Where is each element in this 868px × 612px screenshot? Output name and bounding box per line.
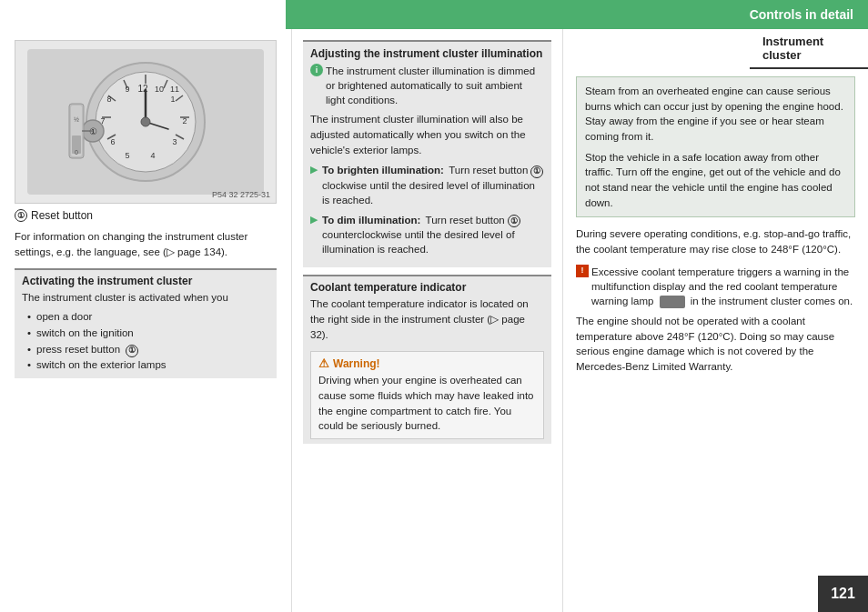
activating-intro: The instrument cluster is activated when…: [22, 290, 269, 306]
list-item: switch on the ignition: [27, 326, 269, 342]
steam-text-part1: Steam from an overheated engine can caus…: [585, 84, 846, 145]
svg-text:8: 8: [106, 95, 111, 104]
list-item: switch on the exterior lamps: [27, 357, 269, 374]
list-item: open a door: [27, 309, 269, 326]
chapter-title: Controls in detail: [750, 7, 853, 22]
operating-conditions-text: During severe operating conditions, e.g.…: [576, 226, 855, 256]
coolant-box-title: Coolant temperature indicator: [310, 281, 544, 294]
adjusting-auto-text: The instrument cluster illumination will…: [310, 112, 544, 157]
alert-icon: !: [576, 265, 589, 277]
list-item: press reset button ①: [27, 342, 269, 358]
svg-text:1: 1: [170, 95, 175, 104]
content-area: 12 1 2 3 4 5 6 7 8 9 10 11 ①: [0, 29, 868, 612]
reset-label-text: Reset button: [31, 209, 93, 222]
svg-text:10: 10: [155, 85, 164, 94]
info-icon: i: [310, 64, 323, 76]
warning-box: ⚠ Warning! Driving when your engine is o…: [310, 351, 544, 439]
adjusting-info-text: The instrument cluster illumination is d…: [326, 64, 544, 107]
header-bar: Controls in detail: [286, 0, 868, 29]
svg-text:3: 3: [172, 137, 177, 146]
dim-item: ▶ To dim illumination: Turn reset button…: [310, 213, 544, 256]
svg-point-26: [141, 117, 150, 126]
coolant-lamp-icon: [660, 296, 685, 308]
svg-text:0: 0: [75, 149, 78, 156]
steam-text-part2: Stop the vehicle in a safe location away…: [585, 150, 846, 211]
arrow-icon: ▶: [310, 163, 318, 176]
svg-text:12: 12: [137, 84, 148, 94]
alert-text: Excessive coolant temperature triggers a…: [591, 265, 855, 308]
brighten-label: To brighten illumination:: [322, 165, 444, 176]
cluster-image: 12 1 2 3 4 5 6 7 8 9 10 11 ①: [15, 40, 277, 204]
brighten-item: ▶ To brighten illumination: Turn reset b…: [310, 163, 544, 206]
svg-text:11: 11: [170, 85, 179, 94]
reset-circle-icon: ①: [15, 209, 27, 222]
arrow-icon: ▶: [310, 213, 318, 226]
activating-box-title: Activating the instrument cluster: [22, 275, 269, 287]
engine-text: The engine should not be operated with a…: [576, 314, 855, 375]
reset-label-row: ① Reset button: [15, 209, 277, 222]
cluster-svg: 12 1 2 3 4 5 6 7 8 9 10 11 ①: [27, 49, 264, 195]
warning-text: Driving when your engine is overheated c…: [318, 373, 536, 434]
coolant-box: Coolant temperature indicator The coolan…: [303, 275, 551, 444]
right-column: Steam from an overheated engine can caus…: [562, 29, 868, 612]
warning-title-row: ⚠ Warning!: [318, 356, 536, 370]
warning-triangle-icon: ⚠: [318, 356, 329, 370]
svg-text:½: ½: [74, 116, 79, 123]
warning-label: Warning!: [333, 357, 380, 370]
alert-row: ! Excessive coolant temperature triggers…: [576, 265, 855, 308]
coolant-text: The coolant temperature indicator is loc…: [310, 296, 544, 342]
steam-warning-box: Steam from an overheated engine can caus…: [576, 76, 855, 217]
svg-text:6: 6: [110, 137, 115, 146]
svg-text:5: 5: [125, 151, 129, 160]
info-paragraph: For information on changing the instrume…: [15, 229, 277, 259]
middle-column: Adjusting the instrument cluster illumin…: [291, 29, 562, 612]
activating-list: open a door switch on the ignition press…: [22, 309, 269, 374]
activating-box: Activating the instrument cluster The in…: [15, 268, 277, 378]
adjusting-box-title: Adjusting the instrument cluster illumin…: [310, 47, 544, 60]
press-reset-circle: ①: [126, 345, 138, 357]
adjusting-info-row: i The instrument cluster illumination is…: [310, 64, 544, 107]
svg-text:2: 2: [182, 116, 187, 125]
svg-text:4: 4: [150, 151, 155, 160]
svg-text:9: 9: [125, 85, 129, 94]
dim-circle: ①: [508, 215, 520, 227]
dim-text: To dim illumination: Turn reset button ①…: [322, 213, 544, 256]
brighten-circle: ①: [530, 166, 543, 178]
dim-label: To dim illumination:: [322, 215, 420, 226]
adjusting-box: Adjusting the instrument cluster illumin…: [303, 40, 551, 267]
brighten-text: To brighten illumination: Turn reset but…: [322, 163, 544, 206]
image-caption: P54 32 2725-31: [212, 190, 270, 199]
left-column: 12 1 2 3 4 5 6 7 8 9 10 11 ①: [0, 29, 291, 612]
